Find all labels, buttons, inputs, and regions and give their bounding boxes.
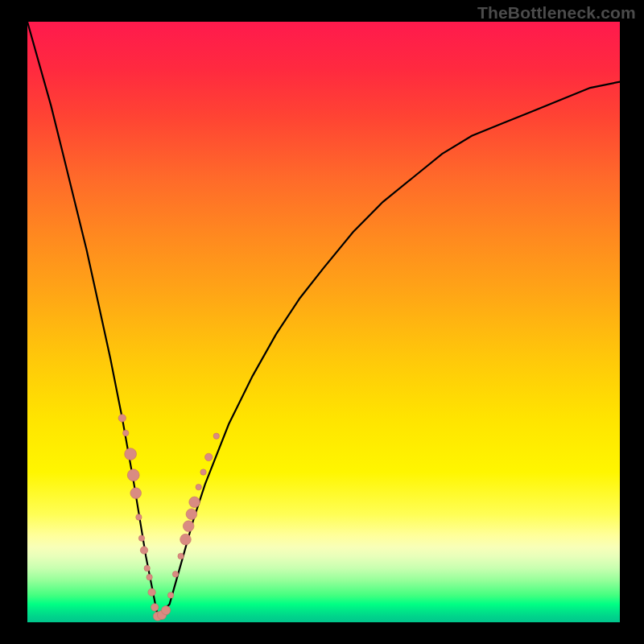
data-marker — [123, 430, 129, 436]
data-marker — [172, 572, 178, 577]
curve-layer — [27, 22, 620, 617]
data-markers — [118, 415, 219, 621]
watermark-text: TheBottleneck.com — [477, 3, 636, 23]
data-marker — [158, 610, 167, 619]
data-marker — [153, 612, 162, 621]
curve-svg — [27, 22, 620, 622]
data-marker — [130, 488, 142, 499]
data-marker — [183, 521, 194, 532]
data-marker — [167, 592, 173, 598]
data-marker — [180, 534, 192, 545]
data-marker — [151, 604, 159, 611]
data-marker — [186, 509, 197, 520]
data-marker — [118, 415, 126, 422]
data-marker — [162, 606, 171, 615]
data-marker — [138, 535, 144, 541]
data-marker — [213, 433, 219, 439]
data-marker — [127, 469, 139, 481]
data-marker — [125, 448, 137, 460]
data-marker — [196, 484, 201, 489]
data-marker — [136, 514, 142, 520]
data-marker — [144, 565, 150, 571]
data-marker — [189, 497, 200, 508]
plot-area — [27, 22, 620, 622]
data-marker — [205, 453, 213, 460]
data-marker — [178, 553, 184, 559]
data-marker — [200, 469, 206, 475]
data-marker — [148, 588, 155, 596]
data-marker — [140, 547, 147, 554]
data-marker — [147, 574, 152, 580]
bottleneck-curve — [27, 22, 620, 617]
chart-stage: TheBottleneck.com — [0, 0, 644, 644]
